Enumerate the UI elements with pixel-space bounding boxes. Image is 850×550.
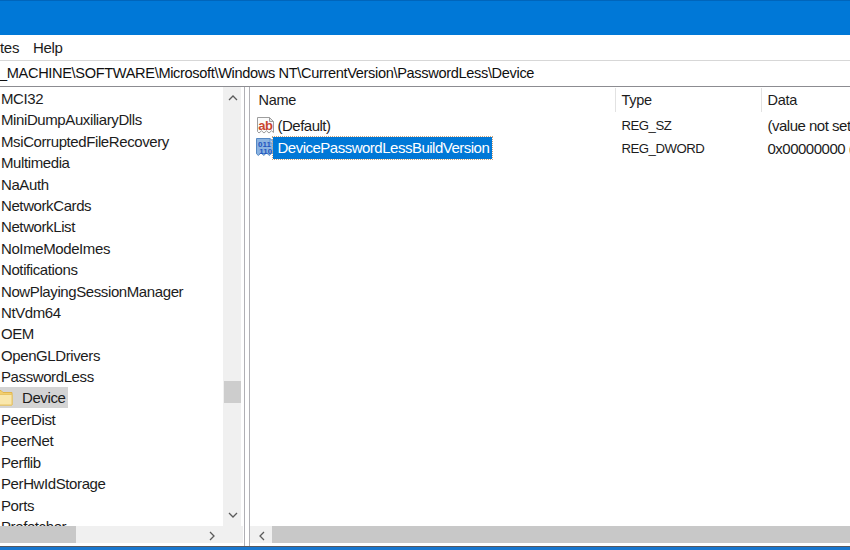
svg-text:ab: ab: [258, 117, 273, 132]
svg-text:110: 110: [259, 147, 272, 156]
